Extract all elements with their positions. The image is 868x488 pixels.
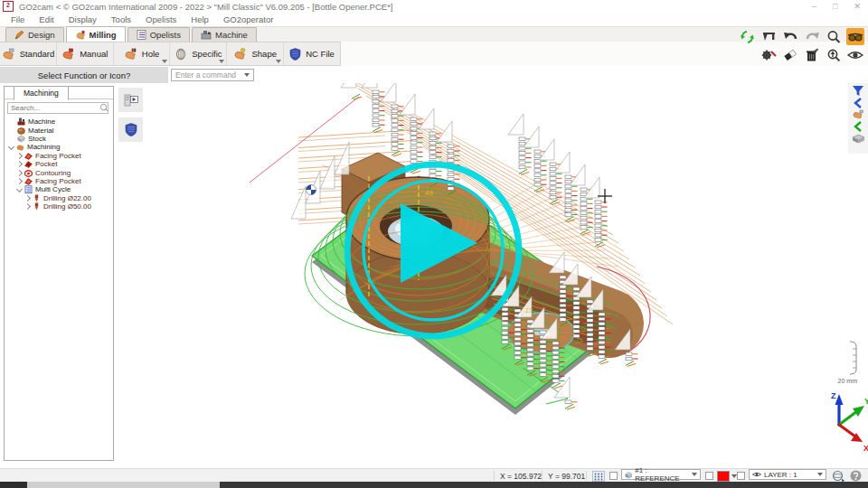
view-side-toolbar xyxy=(848,83,868,154)
color-swatch-picker[interactable] xyxy=(717,469,737,483)
expander-closed-icon[interactable] xyxy=(24,195,31,202)
menu-bar: File Edit Display Tools Opelists Help GO… xyxy=(0,13,868,26)
standard-cycles-button[interactable]: Standard xyxy=(0,42,57,65)
expander-closed-icon[interactable] xyxy=(16,178,23,184)
specific-cycles-button[interactable]: Specific xyxy=(170,42,227,65)
tree-item-facing-pocket-2[interactable]: Facing Pocket xyxy=(5,177,113,185)
expander-closed-icon[interactable] xyxy=(16,161,23,167)
visibility-eye-icon[interactable] xyxy=(846,46,864,63)
grid-toggle-button[interactable] xyxy=(592,469,605,483)
specific-label: Specific xyxy=(192,49,222,59)
tree-item-stock[interactable]: Stock xyxy=(5,135,113,143)
command-combobox[interactable]: Enter a command xyxy=(171,69,254,81)
hole-dropdown-arrow[interactable] xyxy=(162,60,167,63)
dim-label-27: 27 xyxy=(525,307,533,314)
close-button[interactable]: ✕ xyxy=(854,2,861,11)
command-placeholder: Enter a command xyxy=(175,70,236,80)
measure-caliper-icon[interactable] xyxy=(760,28,778,45)
tree-item-multi-cycle[interactable]: Multi Cycle xyxy=(5,185,113,193)
expander-closed-icon[interactable] xyxy=(16,153,23,159)
machine-node-icon xyxy=(17,117,25,126)
layer-selector[interactable]: LAYER : 1 xyxy=(749,469,826,480)
quick-access-row-2 xyxy=(760,46,864,63)
tree-item-drilling-22[interactable]: Drilling Ø22.00 xyxy=(5,194,113,202)
menu-tools[interactable]: Tools xyxy=(104,14,138,24)
layer-dropdown-arrow[interactable] xyxy=(817,473,823,476)
tab-opelists-label: Opelists xyxy=(150,30,181,40)
panel-tab-machining[interactable]: Machining xyxy=(14,86,69,100)
reference-checkbox[interactable] xyxy=(609,469,618,483)
manual-cycles-button[interactable]: Manual xyxy=(57,42,114,65)
redo-icon[interactable] xyxy=(803,28,821,45)
color-checkbox[interactable] xyxy=(705,469,713,483)
delete-operations-icon[interactable] xyxy=(803,46,821,63)
expander-open-icon[interactable] xyxy=(16,186,23,192)
tree-search-box[interactable] xyxy=(7,102,108,114)
menu-help[interactable]: Help xyxy=(184,14,216,24)
chevron-left-blue-icon[interactable] xyxy=(853,98,863,108)
tree-item-material[interactable]: Material xyxy=(5,126,113,134)
undo-icon[interactable] xyxy=(781,28,799,45)
tree-item-contouring[interactable]: Contouring xyxy=(5,168,113,176)
filter-icon[interactable] xyxy=(852,85,864,97)
regenerate-icon[interactable] xyxy=(738,28,756,45)
scale-ruler: 20 mm xyxy=(838,342,858,384)
view-glasses-icon[interactable] xyxy=(846,28,864,45)
tree-item-drilling-50[interactable]: Drilling Ø50.00 xyxy=(5,202,113,211)
pocket-op-icon xyxy=(24,160,33,168)
tree-item-machine[interactable]: Machine xyxy=(5,117,113,126)
menu-edit[interactable]: Edit xyxy=(32,14,61,24)
command-dropdown-arrow[interactable] xyxy=(244,73,250,77)
opelists-icon xyxy=(137,30,146,40)
view-orientation-button[interactable] xyxy=(832,469,844,483)
quick-access-row-1 xyxy=(738,28,864,45)
hand-tool-icon[interactable] xyxy=(852,109,865,120)
shape-dropdown-arrow[interactable] xyxy=(276,60,281,63)
chevron-left-green-icon[interactable] xyxy=(853,121,863,132)
shape-cycles-button[interactable]: Shape xyxy=(227,42,284,65)
expander-closed-icon[interactable] xyxy=(16,169,23,175)
maximize-button[interactable]: □ xyxy=(833,2,837,11)
nc-file-button[interactable]: NC File xyxy=(284,42,340,65)
hole-cycles-button[interactable]: Hole xyxy=(114,42,171,65)
current-color-swatch[interactable] xyxy=(717,471,730,482)
prompt-label: Select Function or Icon? xyxy=(0,67,168,83)
tab-design[interactable]: Design xyxy=(5,27,64,42)
zoom-extents-icon[interactable] xyxy=(825,46,843,63)
eraser-icon[interactable] xyxy=(781,46,799,63)
tree-search-input[interactable] xyxy=(8,103,99,113)
axis-y-label: Y xyxy=(864,397,868,406)
simulation-tools-icon[interactable] xyxy=(760,46,778,63)
menu-opelists[interactable]: Opelists xyxy=(138,14,184,24)
video-progress-bar[interactable] xyxy=(0,482,868,488)
tab-machine-label: Machine xyxy=(215,30,248,40)
nc-file-shield-icon xyxy=(289,48,301,61)
tab-opelists[interactable]: Opelists xyxy=(127,27,190,42)
window-title: GO2cam < © GO2cam International 2009 - 2… xyxy=(19,2,392,12)
tree-item-machining[interactable]: Machining xyxy=(5,143,113,151)
menu-file[interactable]: File xyxy=(4,14,32,24)
tree-item-facing-pocket-1[interactable]: Facing Pocket xyxy=(5,152,113,160)
expander-open-icon[interactable] xyxy=(8,144,14,150)
tab-milling[interactable]: Milling xyxy=(66,26,126,42)
stock-box-icon[interactable] xyxy=(852,133,865,144)
tree-item-pocket[interactable]: Pocket xyxy=(5,160,113,168)
go2cam-window: 2 GO2cam < © GO2cam International 2009 -… xyxy=(0,0,868,488)
facing-pocket-op-icon xyxy=(24,177,33,185)
reference-selector[interactable]: #1 : REFERENCE xyxy=(621,469,701,480)
menu-display[interactable]: Display xyxy=(61,14,104,24)
help-button[interactable] xyxy=(850,469,862,483)
hole-label: Hole xyxy=(142,49,160,59)
layer-checkbox[interactable] xyxy=(737,469,745,483)
zoom-search-icon[interactable] xyxy=(825,28,843,45)
machine-icon xyxy=(201,30,212,40)
menu-go2operator[interactable]: GO2operator xyxy=(216,14,280,24)
specific-dropdown-arrow[interactable] xyxy=(219,60,224,63)
expander-closed-icon[interactable] xyxy=(24,203,31,210)
tab-machine[interactable]: Machine xyxy=(192,27,257,42)
viewport-canvas[interactable]: 49 27 20 mm Z xyxy=(114,83,868,466)
design-pencil-icon xyxy=(14,30,24,40)
reference-dropdown-arrow[interactable] xyxy=(692,473,697,476)
axis-x-label: X xyxy=(863,444,868,453)
minimize-button[interactable]: – xyxy=(812,2,816,11)
